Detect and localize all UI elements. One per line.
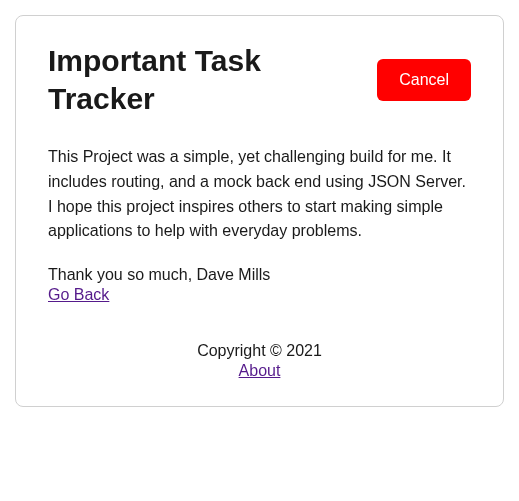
copyright-text: Copyright © 2021 <box>48 342 471 360</box>
about-content: This Project was a simple, yet challengi… <box>48 145 471 304</box>
about-link[interactable]: About <box>239 362 281 379</box>
thanks-text: Thank you so much, Dave Mills <box>48 266 471 284</box>
go-back-link[interactable]: Go Back <box>48 286 109 304</box>
cancel-button[interactable]: Cancel <box>377 59 471 101</box>
page-title: Important Task Tracker <box>48 42 377 117</box>
footer: Copyright © 2021 About <box>48 342 471 380</box>
app-container: Important Task Tracker Cancel This Proje… <box>15 15 504 407</box>
description-text: This Project was a simple, yet challengi… <box>48 145 471 244</box>
header: Important Task Tracker Cancel <box>48 42 471 117</box>
